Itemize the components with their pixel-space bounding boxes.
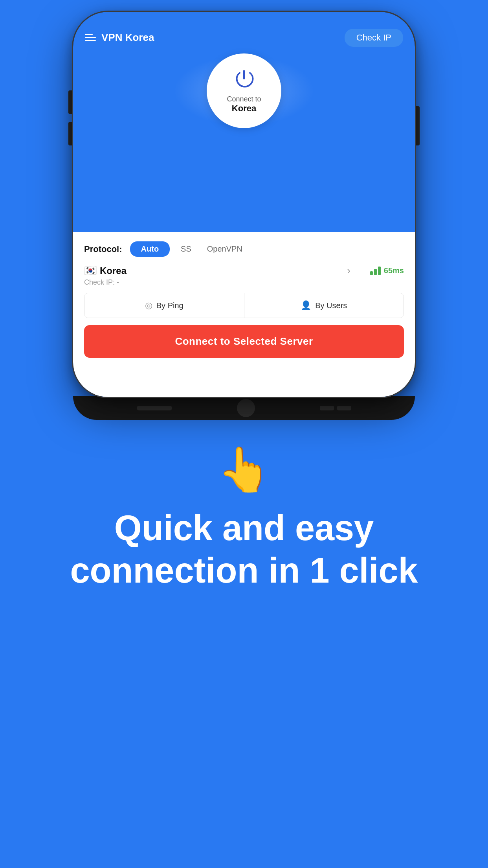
sort-options-row: ◎ By Ping 👤 By Users [84,293,404,318]
server-ip-label: Check IP: - [84,278,404,287]
ping-value: 65ms [384,266,404,275]
ping-sort-icon: ◎ [145,300,152,311]
check-ip-button[interactable]: Check IP [345,29,403,47]
connect-to-label: Connect to [227,95,261,103]
status-bar [73,12,415,28]
phone-bottom-chin [73,396,415,420]
phone-screen: VPN Korea Check IP Connect to Korea [73,12,415,397]
menu-icon[interactable] [85,34,96,41]
bottom-buttons [320,406,351,410]
protocol-label: Protocol: [84,244,122,254]
protocol-ss-button[interactable]: SS [176,241,196,257]
power-icon [234,68,254,92]
sort-by-ping-button[interactable]: ◎ By Ping [84,293,244,318]
protocol-options: Auto SS OpenVPN [130,241,247,257]
bottom-btn-2 [337,406,351,410]
sort-by-users-label: By Users [315,301,347,310]
promo-text: Quick and easy connection in 1 click [38,507,450,592]
bottom-panel: Protocol: Auto SS OpenVPN 🇰🇷 Korea › [73,232,415,397]
pointer-emoji: 👆 [217,444,271,495]
power-area: Connect to Korea [73,55,415,126]
ping-bar-3 [378,267,381,275]
app-title: VPN Korea [101,31,154,44]
protocol-row: Protocol: Auto SS OpenVPN [84,241,404,257]
country-label: Korea [232,103,256,114]
bottom-btn-1 [320,406,334,410]
sort-by-users-button[interactable]: 👤 By Users [244,293,404,318]
power-side-button [415,106,420,145]
phone-shell: VPN Korea Check IP Connect to Korea [73,12,415,397]
server-flag: 🇰🇷 [84,265,97,277]
sort-by-ping-label: By Ping [156,301,183,310]
power-connect-button[interactable]: Connect to Korea [207,53,281,128]
phone-container: VPN Korea Check IP Connect to Korea [73,12,415,420]
ping-bar-2 [374,269,377,275]
users-sort-icon: 👤 [301,300,311,311]
home-button [237,399,255,417]
server-arrow-icon: › [347,265,350,277]
connect-to-server-button[interactable]: Connect to Selected Server [84,325,404,358]
ping-indicator [370,267,381,275]
app-header: VPN Korea Check IP [73,28,415,48]
promo-area: 👆 Quick and easy connection in 1 click [0,421,488,592]
protocol-openvpn-button[interactable]: OpenVPN [202,241,247,257]
protocol-auto-button[interactable]: Auto [130,241,170,257]
bottom-speaker [137,406,172,410]
server-row[interactable]: 🇰🇷 Korea › 65ms [84,265,404,277]
server-name: Korea [100,265,347,276]
ping-bar-1 [370,271,373,275]
volume-up-button [68,90,73,114]
volume-down-button [68,122,73,145]
power-glow: Connect to Korea [173,55,315,126]
